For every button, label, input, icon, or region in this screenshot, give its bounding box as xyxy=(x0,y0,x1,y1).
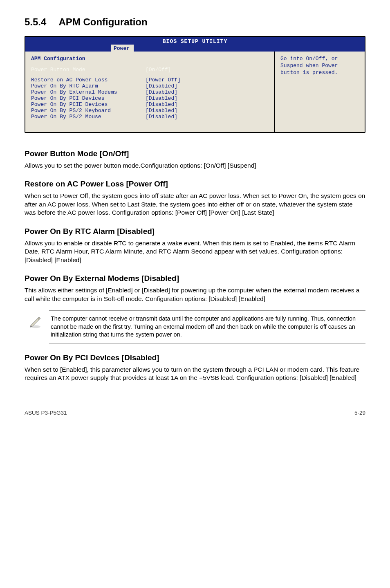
subsection-heading: Power Button Mode [On/Off] xyxy=(25,149,365,158)
bios-header: BIOS SETUP UTILITY Power xyxy=(25,37,365,52)
bios-row-label: Power On By RTC Alarm xyxy=(31,83,146,89)
bios-row-label: Power On By PCIE Devices xyxy=(31,101,146,108)
bios-header-title: BIOS SETUP UTILITY xyxy=(25,38,365,45)
bios-row-value: [Disabled] xyxy=(146,114,177,120)
subsection-body: When set to Power Off, the system goes i… xyxy=(25,192,365,217)
note-pencil-icon xyxy=(29,315,43,329)
note-block: The computer cannot receive or transmit … xyxy=(49,310,365,343)
note-text: The computer cannot receive or transmit … xyxy=(51,315,363,339)
bios-config-row: Power On By PCI Devices[Disabled] xyxy=(31,95,268,101)
bios-row-label: Power On By PS/2 Keyboard xyxy=(31,108,146,114)
subsection-heading: Power On By External Modems [Disabled] xyxy=(25,274,365,283)
bios-row-label: Power Button Mode xyxy=(31,67,146,73)
footer-left: ASUS P3-P5G31 xyxy=(25,410,67,416)
bios-row-value: [Disabled] xyxy=(146,89,177,95)
subsection-heading: Power On By PCI Devices [Disabled] xyxy=(25,353,365,362)
subsection-body: Allows you to set the power button mode.… xyxy=(25,162,365,170)
bios-help-text: Go into On/Off, or Suspend when Power bu… xyxy=(280,56,359,76)
bios-config-row: Power On By PS/2 Keyboard[Disabled] xyxy=(31,108,268,114)
bios-row-value: [Disabled] xyxy=(146,83,177,89)
bios-config-row: Restore on AC Power Loss[Power Off] xyxy=(31,77,268,83)
subsection-heading: Restore on AC Power Loss [Power Off] xyxy=(25,180,365,189)
page-footer: ASUS P3-P5G31 5-29 xyxy=(25,407,365,416)
section-heading: 5.5.4APM Configuration xyxy=(25,16,365,28)
bios-row-label: Power On By PS/2 Mouse xyxy=(31,114,146,120)
bios-config-row: Power On By RTC Alarm[Disabled] xyxy=(31,83,268,89)
bios-panel: BIOS SETUP UTILITY Power APM Configurati… xyxy=(25,36,365,133)
bios-row-label: Power On By PCI Devices xyxy=(31,95,146,101)
bios-row-value: [Power Off] xyxy=(146,77,181,83)
subsection-body: This allows either settings of [Enabled]… xyxy=(25,286,365,303)
bios-help-pane: Go into On/Off, or Suspend when Power bu… xyxy=(275,52,365,132)
section-title-text: APM Configuration xyxy=(58,16,147,27)
subsection-heading: Power On By RTC Alarm [Disabled] xyxy=(25,227,365,236)
bios-config-row: Power Button Mode[On/Off] xyxy=(31,67,268,73)
subsection-body: When set to [Enabled], this parameter al… xyxy=(25,366,365,382)
bios-body: APM Configuration Power Button Mode[On/O… xyxy=(25,52,365,132)
bios-config-title: APM Configuration xyxy=(31,56,268,62)
bios-row-value: [Disabled] xyxy=(146,108,177,114)
bios-config-row: Power On By External Modems[Disabled] xyxy=(31,89,268,95)
bios-row-value: [On/Off] xyxy=(146,67,171,73)
footer-right: 5-29 xyxy=(354,410,365,416)
bios-left-pane: APM Configuration Power Button Mode[On/O… xyxy=(25,52,275,132)
bios-tab-power: Power xyxy=(111,45,134,52)
bios-config-row: Power On By PCIE Devices[Disabled] xyxy=(31,101,268,108)
section-number: 5.5.4 xyxy=(25,16,46,28)
bios-row-value: [Disabled] xyxy=(146,101,177,108)
bios-config-row: Power On By PS/2 Mouse[Disabled] xyxy=(31,114,268,120)
subsection-body: Allows you to enable or disable RTC to g… xyxy=(25,239,365,264)
bios-row-value: [Disabled] xyxy=(146,95,177,101)
bios-row-label: Restore on AC Power Loss xyxy=(31,77,146,83)
bios-row-label: Power On By External Modems xyxy=(31,89,146,95)
